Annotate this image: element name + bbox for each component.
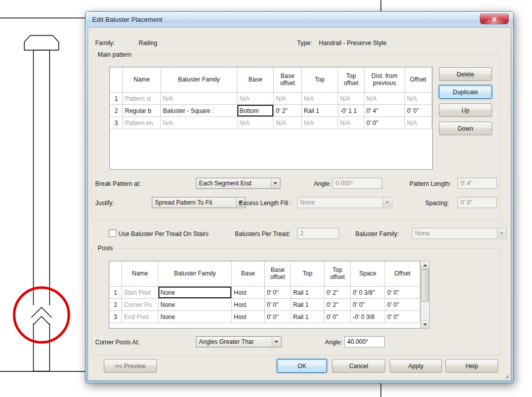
help-button[interactable]: Help — [445, 359, 498, 373]
delete-button[interactable]: Delete — [439, 67, 492, 81]
cell-top-offset[interactable]: N/A — [338, 93, 364, 105]
posts-angle-field[interactable]: 40.000° — [344, 336, 385, 347]
cell-base-offset[interactable]: 0' 0" — [265, 287, 291, 299]
cell-base[interactable]: Host — [232, 299, 265, 311]
preview-button[interactable]: << Preview — [104, 359, 157, 373]
cell-offset[interactable]: 0' 0" — [405, 105, 432, 117]
cell-dist-from-previous[interactable]: 0' 0" — [364, 117, 405, 129]
type-value: Handrail - Preserve Style — [319, 39, 386, 47]
cell-space[interactable]: 0' 0 3/8" — [351, 287, 385, 299]
close-icon — [492, 17, 497, 22]
angle-label: Angle: — [314, 180, 331, 187]
cell-offset[interactable]: 0' 0" — [385, 299, 420, 311]
dropdown-arrow-icon[interactable] — [272, 337, 280, 346]
cell-dist-from-previous[interactable]: 0' 4" — [364, 105, 405, 117]
cell-top-offset[interactable]: 0' 0" — [324, 311, 351, 323]
cell-base[interactable]: N/A — [237, 117, 274, 129]
cell-top-offset[interactable]: 0' 2" — [324, 287, 351, 299]
cell-base-selected[interactable]: Bottom — [237, 105, 274, 117]
break-pattern-combo[interactable]: Each Segment End — [196, 178, 280, 189]
table-empty-area — [110, 129, 432, 169]
cell-top-offset[interactable]: 0' 2" — [324, 299, 351, 311]
pattern-length-label: Pattern Length: — [410, 180, 451, 187]
cell-base[interactable]: N/A — [237, 93, 274, 105]
cell-top[interactable]: Rail 1 — [291, 299, 324, 311]
cell-baluster-family-selected[interactable]: None — [158, 287, 232, 299]
baluster-family-combo: None — [412, 228, 507, 239]
excess-length-fill-label: Excess Length Fill : — [239, 200, 292, 207]
scrollbar-track[interactable] — [421, 302, 429, 320]
cell-space[interactable]: -0' 0 3/8 — [351, 311, 385, 323]
cell-name[interactable]: Pattern en — [123, 117, 161, 129]
cell-name[interactable]: End Post — [122, 311, 158, 323]
cell-base-offset[interactable]: N/A — [274, 93, 302, 105]
dropdown-arrow-icon[interactable] — [271, 179, 279, 188]
row-number[interactable]: 1 — [109, 287, 122, 299]
cancel-button[interactable]: Cancel — [332, 359, 385, 373]
cell-top[interactable]: N/A — [302, 93, 338, 105]
posts-table-scrollbar[interactable] — [420, 261, 430, 329]
cell-top[interactable]: N/A — [302, 117, 338, 129]
column-header-name: Name — [123, 67, 161, 93]
cell-baluster-family[interactable]: Baluster - Square : — [161, 105, 237, 117]
row-number[interactable]: 3 — [110, 117, 123, 129]
cell-base[interactable]: Host — [232, 287, 265, 299]
cell-name[interactable]: Regular b — [123, 105, 161, 117]
cell-baluster-family[interactable]: N/A — [161, 93, 237, 105]
table-empty-area — [109, 323, 420, 328]
corner-posts-at-label: Corner Posts At: — [95, 339, 139, 346]
cell-baluster-family[interactable]: None — [158, 311, 232, 323]
column-header-baluster-family: Baluster Family — [161, 67, 237, 93]
cell-name[interactable]: Corner Po — [122, 299, 158, 311]
posts-angle-label: Angle: — [325, 339, 342, 346]
scroll-down-icon[interactable] — [421, 320, 429, 328]
column-header-offset: Offset — [405, 67, 432, 93]
column-header-base: Base — [232, 261, 265, 287]
cell-base-offset[interactable]: N/A — [274, 117, 302, 129]
cell-top[interactable]: Rail 1 — [291, 287, 324, 299]
break-symbol-mask — [32, 305, 51, 324]
cell-top[interactable]: Rail 1 — [302, 105, 338, 117]
cell-dist-from-previous[interactable]: N/A — [364, 93, 405, 105]
resize-grip-icon[interactable]: ◢ — [505, 374, 509, 379]
cell-baluster-family[interactable]: N/A — [161, 117, 237, 129]
cell-top-offset[interactable]: -0' 1 1 — [338, 105, 364, 117]
cell-baluster-family[interactable]: None — [158, 299, 232, 311]
up-button[interactable]: Up — [439, 103, 492, 117]
baluster-family-label: Baluster Family: — [355, 230, 399, 237]
cell-top[interactable]: Rail 1 — [291, 311, 324, 323]
titlebar[interactable]: Edit Baluster Placement — [86, 12, 513, 27]
justify-combo[interactable]: Spread Pattern To Fit — [152, 197, 245, 208]
cell-base-offset[interactable]: 0' 0" — [265, 299, 291, 311]
cell-base-offset[interactable]: 0' 0" — [265, 311, 291, 323]
row-number[interactable]: 2 — [109, 299, 122, 311]
ok-button[interactable]: OK — [277, 359, 327, 373]
row-number[interactable]: 3 — [109, 311, 122, 323]
cell-offset[interactable]: 0' 0" — [385, 311, 420, 323]
cell-offset[interactable]: N/A — [405, 93, 432, 105]
close-button[interactable] — [480, 14, 509, 24]
cell-space[interactable]: 0' 0" — [351, 299, 385, 311]
baluster-cap — [24, 35, 59, 50]
cell-base[interactable]: Host — [232, 311, 265, 323]
cell-name[interactable]: Start Post — [122, 287, 158, 299]
main-pattern-group-label: Main pattern — [96, 51, 134, 58]
posts-table: Name Baluster Family Base Base offset To… — [109, 261, 421, 329]
cell-top-offset[interactable]: N/A — [338, 117, 364, 129]
corner-posts-at-combo[interactable]: Angles Greater Thar — [196, 336, 281, 347]
cell-offset[interactable]: N/A — [405, 117, 432, 129]
column-header-rownum — [109, 261, 122, 287]
scroll-up-icon[interactable] — [421, 261, 429, 269]
duplicate-button[interactable]: Duplicate — [439, 85, 492, 99]
column-header-name: Name — [122, 261, 158, 287]
row-number[interactable]: 2 — [110, 105, 123, 117]
down-button[interactable]: Down — [439, 122, 492, 135]
use-baluster-per-tread-checkbox[interactable] — [109, 229, 116, 237]
scrollbar-thumb[interactable] — [421, 269, 429, 302]
cell-offset[interactable]: 0' 0" — [385, 287, 420, 299]
cell-base-offset[interactable]: 0' 2" — [274, 105, 302, 117]
apply-button[interactable]: Apply — [390, 359, 442, 373]
row-number[interactable]: 1 — [110, 93, 123, 105]
cell-name[interactable]: Pattern st — [123, 93, 161, 105]
column-header-base-offset: Base offset — [274, 67, 302, 93]
